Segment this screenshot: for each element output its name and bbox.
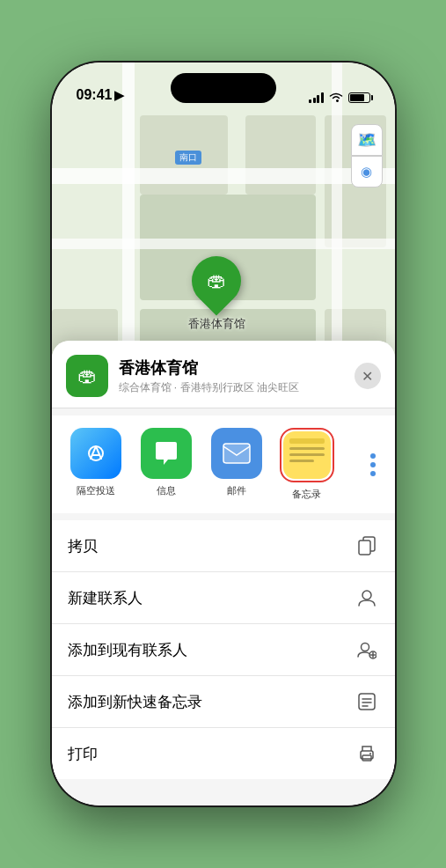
message-label: 信息: [157, 484, 176, 497]
wifi-icon: [329, 92, 343, 103]
bottom-sheet: 🏟 香港体育馆 综合体育馆 · 香港特别行政区 油尖旺区 ✕: [52, 341, 395, 805]
new-contact-icon: [355, 585, 379, 610]
copy-label: 拷贝: [68, 536, 98, 556]
action-list: 拷贝 新建联系人: [52, 520, 395, 779]
print-icon: [355, 741, 379, 766]
dynamic-island: [171, 73, 276, 103]
svg-rect-1: [223, 444, 250, 463]
share-notes[interactable]: 备忘录: [272, 428, 342, 501]
add-contact-label: 添加到现有联系人: [68, 640, 187, 660]
svg-rect-3: [359, 541, 370, 555]
svg-point-15: [369, 753, 371, 754]
venue-name: 香港体育馆: [119, 357, 355, 379]
venue-marker-icon: 🏟: [207, 269, 226, 292]
svg-point-5: [361, 644, 369, 651]
battery-icon: [348, 92, 370, 103]
action-new-contact[interactable]: 新建联系人: [52, 572, 395, 624]
airdrop-icon: [70, 428, 121, 479]
venue-marker[interactable]: 🏟 香港体育馆: [188, 256, 245, 332]
map-label: 南口: [175, 151, 201, 165]
notes-icon: [283, 431, 331, 479]
marker-pin: 🏟: [181, 246, 251, 315]
quick-note-label: 添加到新快速备忘录: [68, 692, 202, 712]
mail-icon: [211, 428, 262, 479]
share-row: 隔空投送 信息: [52, 416, 395, 513]
venue-info: 香港体育馆 综合体育馆 · 香港特别行政区 油尖旺区: [119, 357, 355, 395]
mail-label: 邮件: [227, 484, 246, 497]
signal-icon: [309, 92, 324, 103]
phone-screen: 南口 09:41 ▶: [52, 63, 395, 805]
svg-rect-9: [359, 694, 375, 710]
notes-label: 备忘录: [292, 488, 321, 501]
share-message[interactable]: 信息: [131, 428, 201, 497]
message-icon: [141, 428, 192, 479]
status-icons: [309, 92, 370, 103]
notes-highlight-border: [280, 428, 334, 482]
action-copy[interactable]: 拷贝: [52, 520, 395, 572]
venue-subtitle: 综合体育馆 · 香港特别行政区 油尖旺区: [119, 380, 355, 395]
map-type-button[interactable]: 🗺️: [351, 124, 383, 156]
add-contact-icon: [355, 637, 379, 662]
close-button[interactable]: ✕: [355, 363, 381, 389]
action-quick-note[interactable]: 添加到新快速备忘录: [52, 676, 395, 728]
status-time: 09:41 ▶: [77, 87, 125, 103]
share-airdrop[interactable]: 隔空投送: [61, 428, 131, 497]
location-button[interactable]: ◉: [351, 156, 383, 188]
map-controls[interactable]: 🗺️ ◉: [351, 124, 383, 188]
copy-icon: [355, 533, 379, 558]
svg-point-4: [362, 591, 371, 600]
svg-rect-14: [362, 755, 371, 761]
share-mail[interactable]: 邮件: [201, 428, 272, 497]
print-label: 打印: [68, 744, 98, 764]
phone-frame: 南口 09:41 ▶: [52, 63, 395, 805]
more-apps-indicator: [351, 416, 395, 513]
action-add-contact[interactable]: 添加到现有联系人: [52, 624, 395, 676]
airdrop-label: 隔空投送: [77, 484, 115, 497]
new-contact-label: 新建联系人: [68, 588, 143, 608]
venue-icon: 🏟: [66, 355, 108, 397]
sheet-header: 🏟 香港体育馆 综合体育馆 · 香港特别行政区 油尖旺区 ✕: [52, 341, 395, 408]
quick-note-icon: [355, 689, 379, 714]
action-print[interactable]: 打印: [52, 728, 395, 779]
marker-label: 香港体育馆: [188, 316, 245, 332]
